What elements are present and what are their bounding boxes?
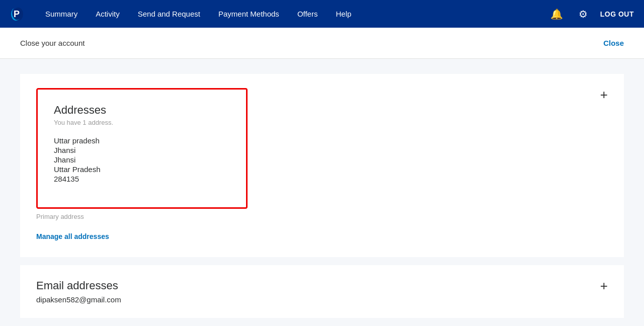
close-link[interactable]: Close bbox=[603, 39, 624, 47]
nav-activity[interactable]: Activity bbox=[87, 0, 129, 28]
addresses-subtitle: You have 1 address. bbox=[54, 119, 230, 126]
add-address-button[interactable]: + bbox=[600, 88, 608, 101]
navbar: P Summary Activity Send and Request Paym… bbox=[0, 0, 644, 28]
logout-button[interactable]: LOG OUT bbox=[600, 10, 634, 18]
add-email-button[interactable]: + bbox=[600, 279, 608, 292]
email-section: Email addresses dipaksen582@gmail.com + bbox=[20, 265, 624, 318]
primary-address-label: Primary address bbox=[36, 213, 608, 220]
addresses-title: Addresses bbox=[54, 104, 230, 117]
svg-text:P: P bbox=[14, 9, 20, 19]
email-section-title: Email addresses bbox=[36, 279, 608, 292]
address-line-5: 284135 bbox=[54, 175, 230, 183]
nav-summary[interactable]: Summary bbox=[36, 0, 87, 28]
nav-help[interactable]: Help bbox=[327, 0, 360, 28]
nav-links: Summary Activity Send and Request Paymen… bbox=[36, 0, 548, 28]
nav-send-request[interactable]: Send and Request bbox=[129, 0, 209, 28]
bell-icon-button[interactable]: 🔔 bbox=[548, 5, 566, 23]
nav-offers[interactable]: Offers bbox=[288, 0, 327, 28]
gear-icon: ⚙ bbox=[579, 8, 588, 20]
email-address-text: dipaksen582@gmail.com bbox=[36, 295, 608, 304]
address-line-4: Uttar Pradesh bbox=[54, 165, 230, 174]
address-line-2: Jhansi bbox=[54, 146, 230, 154]
address-line-1: Uttar pradesh bbox=[54, 136, 230, 145]
paypal-logo: P bbox=[10, 6, 26, 22]
addresses-outer: Addresses You have 1 address. Uttar prad… bbox=[20, 74, 624, 257]
address-line-3: Jhansi bbox=[54, 155, 230, 164]
address-block: Uttar pradesh Jhansi Jhansi Uttar Prades… bbox=[54, 136, 230, 183]
settings-icon-button[interactable]: ⚙ bbox=[574, 5, 592, 23]
bell-icon: 🔔 bbox=[550, 8, 563, 20]
main-content: Addresses You have 1 address. Uttar prad… bbox=[0, 59, 644, 326]
addresses-card: Addresses You have 1 address. Uttar prad… bbox=[36, 88, 248, 209]
account-banner: Close your account Close bbox=[0, 28, 644, 59]
manage-addresses-link[interactable]: Manage all addresses bbox=[36, 232, 109, 240]
nav-payment-methods[interactable]: Payment Methods bbox=[209, 0, 288, 28]
section-divider bbox=[20, 261, 624, 265]
close-account-text: Close your account bbox=[20, 39, 85, 47]
nav-right: 🔔 ⚙ LOG OUT bbox=[548, 5, 634, 23]
